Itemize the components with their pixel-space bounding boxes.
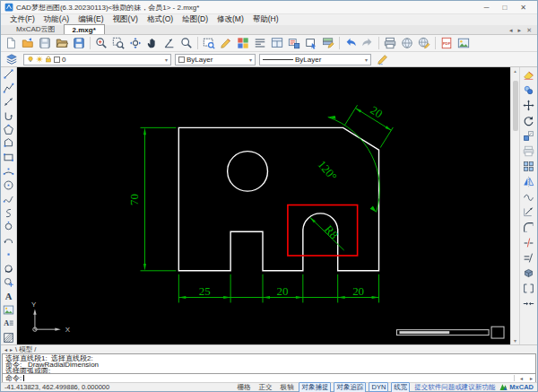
drawing-canvas[interactable]: 70 25 20 20 20: [17, 67, 510, 344]
hatch-button[interactable]: [2, 331, 16, 344]
image-export-button[interactable]: [456, 36, 472, 51]
layer-manager-button[interactable]: [4, 52, 20, 67]
menu-draw[interactable]: 绘图(D): [178, 14, 213, 25]
rev-arc-button[interactable]: [2, 233, 16, 247]
viewport-button[interactable]: [269, 36, 285, 51]
curve-button[interactable]: [522, 189, 536, 205]
pdf-export-button[interactable]: PDF: [438, 36, 455, 51]
polygon-button[interactable]: [2, 123, 16, 136]
find-button[interactable]: [201, 36, 217, 51]
command-scrollbar[interactable]: ◂ ▸: [514, 375, 533, 381]
toggle-dyn[interactable]: DYN: [369, 382, 388, 392]
open-folder-button[interactable]: [54, 36, 70, 51]
menu-view[interactable]: 视图(V): [108, 14, 143, 25]
tab-next-icon[interactable]: ▸: [518, 27, 522, 34]
menu-modify[interactable]: 修改(M): [213, 14, 248, 25]
scroll-up-icon[interactable]: ▴: [514, 68, 516, 74]
zoom-window-button[interactable]: [110, 36, 126, 51]
cmd-scroll-right-icon[interactable]: ▸: [530, 375, 533, 381]
array-button[interactable]: [522, 159, 536, 174]
toggle-otrack[interactable]: 对象追踪: [334, 382, 366, 392]
layer-edit-button[interactable]: [320, 36, 336, 51]
dim-radius[interactable]: R8: [310, 217, 344, 250]
menu-help[interactable]: 帮助(H): [248, 14, 283, 25]
join-button[interactable]: [522, 296, 536, 311]
polyshape-button[interactable]: [2, 136, 16, 150]
close-button[interactable]: ✕: [520, 4, 526, 12]
explode-button[interactable]: [522, 266, 536, 281]
image-button[interactable]: [2, 303, 16, 317]
new-file-button[interactable]: [3, 36, 19, 51]
layout-prev-icon[interactable]: ◂: [4, 346, 7, 353]
line-button[interactable]: [2, 67, 16, 81]
open-file-button[interactable]: [20, 36, 36, 51]
canvas-hscrollbar[interactable]: [396, 327, 504, 338]
pencil-button[interactable]: [218, 36, 234, 51]
web-button[interactable]: [399, 36, 415, 51]
draw-color-button[interactable]: [375, 52, 391, 67]
lengthen-button[interactable]: [522, 250, 536, 266]
part-geometry[interactable]: [178, 127, 378, 270]
color-select[interactable]: ByLayer ▾: [175, 54, 256, 65]
command-history[interactable]: 选择直线段1: 选择直线段2:命令: _DrawRadialDimension选…: [2, 353, 536, 374]
feedback-link[interactable]: 提交软件问题或建议新功能: [414, 383, 495, 392]
text-lines-button[interactable]: [252, 36, 268, 51]
maximize-button[interactable]: □: [502, 4, 507, 12]
scroll-down-icon[interactable]: ▾: [514, 337, 516, 344]
undo-button[interactable]: [343, 36, 359, 51]
part-hole[interactable]: [228, 152, 268, 192]
arc-u-button[interactable]: [2, 109, 16, 122]
text-button[interactable]: A: [2, 289, 16, 302]
break-button[interactable]: [522, 235, 536, 250]
minimize-button[interactable]: ─: [484, 4, 490, 12]
save-as-button[interactable]: [71, 36, 87, 51]
polyline-button[interactable]: [2, 81, 16, 94]
model-space-tab[interactable]: \ 模型 /: [15, 345, 36, 354]
part-outline[interactable]: [178, 127, 378, 270]
print-button[interactable]: [382, 36, 398, 51]
multiline-button[interactable]: [2, 95, 16, 109]
linetype-select[interactable]: ByLayer ▾: [259, 54, 371, 65]
pan-button[interactable]: [144, 36, 161, 51]
toggle-osnap[interactable]: 对象捕捉: [299, 382, 331, 392]
print-gray-button[interactable]: [522, 144, 536, 159]
cmd-scroll-left-icon[interactable]: ◂: [520, 375, 523, 381]
dim-bottom[interactable]: 25 20 20: [178, 274, 378, 303]
tab-close-icon[interactable]: ✕: [526, 27, 532, 34]
block-add-button[interactable]: [2, 275, 16, 289]
vscroll-thumb[interactable]: [513, 81, 518, 131]
trim-button[interactable]: [522, 205, 536, 220]
spline-button[interactable]: [2, 192, 16, 205]
measure-button[interactable]: [161, 36, 178, 51]
doc-tab-2mxg[interactable]: 2.mxg*: [64, 24, 105, 34]
dimensions[interactable]: 70 25 20 20 20: [127, 103, 393, 303]
dim-chamfer[interactable]: 20: [344, 103, 393, 148]
redo-button[interactable]: [360, 36, 376, 51]
point-button[interactable]: [2, 248, 16, 261]
circle-center-button[interactable]: [2, 179, 16, 192]
arc-button[interactable]: [2, 164, 16, 178]
zoom-all-button[interactable]: [178, 36, 195, 51]
save-button[interactable]: [37, 36, 53, 51]
circle-small-button[interactable]: [2, 220, 16, 233]
layer-grid-button[interactable]: [235, 36, 251, 51]
move-button[interactable]: [522, 98, 536, 113]
rotate-button[interactable]: [522, 113, 536, 128]
stretch-button[interactable]: [522, 281, 536, 296]
block-edit-button[interactable]: [303, 36, 319, 51]
eraser-button[interactable]: [522, 67, 536, 83]
toggle-ortho[interactable]: 正交: [256, 383, 274, 392]
rectangle-button[interactable]: [2, 151, 16, 164]
dim-height[interactable]: 70: [127, 127, 176, 270]
tab-prev-icon[interactable]: ◂: [509, 27, 513, 34]
layer-select[interactable]: 0 ▾: [23, 54, 171, 65]
palette-button[interactable]: [286, 36, 302, 51]
canvas-vscrollbar[interactable]: ▴ ▾: [510, 67, 519, 344]
toggle-polar[interactable]: 极轴: [277, 383, 296, 392]
mirror-button[interactable]: [522, 174, 536, 189]
zoom-extents-button[interactable]: [127, 36, 143, 51]
copy-button[interactable]: [522, 83, 536, 98]
scale-button[interactable]: [522, 128, 536, 144]
zoom-in-button[interactable]: [93, 36, 109, 51]
toggle-grid[interactable]: 栅格: [234, 383, 253, 392]
